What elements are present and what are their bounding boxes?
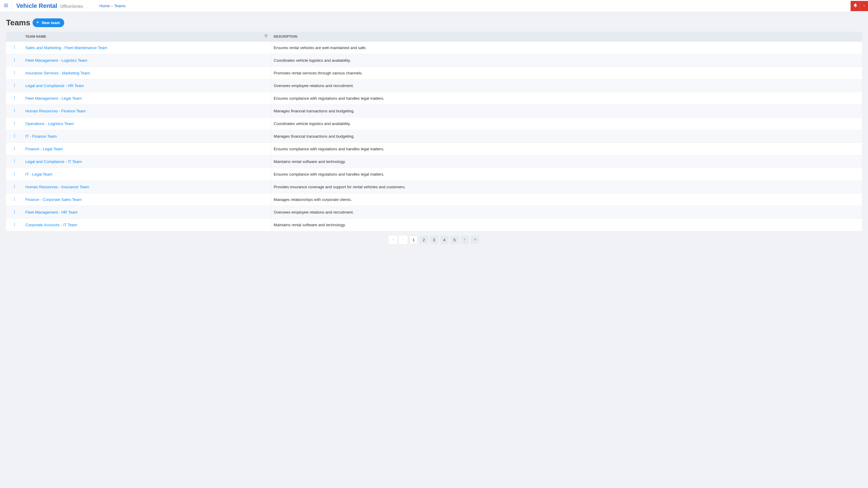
bell-icon: [853, 3, 858, 9]
pagination-page-3[interactable]: 3: [430, 235, 438, 244]
team-description-cell: Manages financial transactions and budge…: [271, 105, 862, 118]
row-menu-button[interactable]: [12, 134, 17, 139]
svg-point-38: [14, 175, 15, 175]
row-actions-cell: [6, 206, 23, 219]
row-menu-button[interactable]: [12, 222, 17, 227]
row-menu-button[interactable]: [12, 121, 17, 126]
svg-point-16: [14, 85, 15, 86]
brand-title[interactable]: Vehicle Rental: [16, 2, 57, 9]
brand: Vehicle Rental OfficeSeries: [12, 2, 90, 9]
row-actions-cell: [6, 143, 23, 156]
more-vertical-icon: [12, 121, 17, 126]
hamburger-menu-button[interactable]: [0, 0, 12, 12]
new-team-label: New team: [41, 21, 60, 25]
row-menu-button[interactable]: [12, 210, 17, 215]
row-menu-button[interactable]: [12, 108, 17, 113]
pagination-page-1[interactable]: 1: [409, 235, 418, 244]
team-name-cell: Human Resources - Insurance Team: [23, 181, 271, 193]
svg-point-46: [14, 212, 15, 212]
table-row: IT - Legal TeamEnsures compliance with r…: [6, 168, 862, 181]
svg-point-25: [14, 123, 15, 124]
svg-point-37: [14, 173, 15, 174]
column-header-description-label: Description: [274, 35, 297, 38]
more-vertical-icon: [12, 210, 17, 215]
team-name-link[interactable]: Legal and Compliance - IT Team: [25, 159, 82, 164]
svg-point-20: [14, 99, 15, 99]
team-name-cell: Insurance Services - Marketing Team: [23, 67, 271, 79]
team-name-link[interactable]: Finance - Corporate Sales Team: [25, 197, 82, 202]
pagination-page-2[interactable]: 2: [420, 235, 428, 244]
user-menu-dropdown[interactable]: [860, 1, 868, 11]
team-name-link[interactable]: IT - Finance Team: [25, 134, 57, 138]
filter-icon[interactable]: [264, 34, 268, 39]
svg-point-41: [14, 187, 15, 188]
hamburger-icon: [3, 3, 9, 9]
team-name-cell: Finance - Corporate Sales Team: [23, 193, 271, 206]
more-vertical-icon: [12, 45, 17, 50]
pagination: 12345: [6, 231, 862, 247]
pagination-page-5[interactable]: 5: [450, 235, 459, 244]
more-vertical-icon: [12, 222, 17, 227]
pagination-prev-button: [399, 235, 407, 244]
page-content: Teams New team Team Name Description: [0, 12, 868, 253]
row-menu-button[interactable]: [12, 45, 17, 50]
row-menu-button[interactable]: [12, 147, 17, 152]
table-row: Fleet Management - Legal TeamEnsures com…: [6, 92, 862, 105]
team-description-cell: Manages financial transactions and budge…: [271, 130, 862, 143]
notifications-button[interactable]: [850, 1, 860, 11]
svg-point-48: [14, 223, 15, 224]
row-menu-button[interactable]: [12, 70, 17, 76]
team-name-link[interactable]: Legal and Compliance - HR Team: [25, 84, 84, 88]
team-name-link[interactable]: Finance - Legal Team: [25, 147, 63, 151]
table-row: Fleet Management - HR TeamOversees emplo…: [6, 206, 862, 219]
svg-point-22: [14, 110, 15, 111]
svg-marker-5: [265, 35, 268, 38]
svg-point-30: [14, 147, 15, 148]
team-name-link[interactable]: Sales and Marketing - Fleet Maintenance …: [25, 45, 107, 50]
column-header-team-name-label: Team Name: [25, 35, 46, 38]
team-description-cell: Coordinates vehicle logistics and availa…: [271, 118, 862, 130]
column-header-team-name[interactable]: Team Name: [23, 32, 271, 41]
row-menu-button[interactable]: [12, 96, 17, 101]
table-row: Sales and Marketing - Fleet Maintenance …: [6, 41, 862, 54]
row-menu-button[interactable]: [12, 184, 17, 190]
teams-table: Team Name Description Sales and Marketin…: [6, 32, 862, 231]
svg-point-17: [14, 86, 15, 87]
pagination-page-4[interactable]: 4: [440, 235, 448, 244]
chevron-first-icon: [391, 238, 395, 242]
pagination-last-button[interactable]: [471, 235, 479, 244]
column-header-description[interactable]: Description: [271, 32, 862, 41]
team-name-link[interactable]: Fleet Management - HR Team: [25, 210, 78, 215]
pagination-next-button[interactable]: [461, 235, 469, 244]
team-name-link[interactable]: Operations - Logistics Team: [25, 121, 74, 126]
breadcrumb-separator: »: [111, 4, 113, 8]
svg-point-50: [14, 225, 15, 226]
svg-point-8: [14, 48, 15, 49]
row-menu-button[interactable]: [12, 197, 17, 202]
svg-point-14: [14, 73, 15, 74]
more-vertical-icon: [12, 184, 17, 190]
more-vertical-icon: [12, 147, 17, 152]
row-actions-cell: [6, 181, 23, 193]
row-menu-button[interactable]: [12, 159, 17, 164]
team-name-link[interactable]: IT - Legal Team: [25, 172, 53, 176]
team-name-link[interactable]: Insurance Services - Marketing Team: [25, 71, 90, 75]
team-name-link[interactable]: Fleet Management - Legal Team: [25, 96, 82, 101]
team-name-cell: IT - Finance Team: [23, 130, 271, 143]
svg-point-28: [14, 135, 15, 136]
row-actions-cell: [6, 168, 23, 181]
team-description-cell: Manages relationships with corporate cli…: [271, 193, 862, 206]
row-menu-button[interactable]: [12, 83, 17, 88]
row-menu-button[interactable]: [12, 58, 17, 63]
team-name-link[interactable]: Corporate Accounts - IT Team: [25, 223, 77, 227]
team-description-cell: Maintains rental software and technology…: [271, 156, 862, 168]
row-menu-button[interactable]: [12, 172, 17, 177]
new-team-button[interactable]: New team: [33, 19, 64, 27]
table-row: Legal and Compliance - IT TeamMaintains …: [6, 156, 862, 168]
team-name-link[interactable]: Fleet Management - Logistics Team: [25, 58, 87, 63]
team-name-link[interactable]: Human Resources - Insurance Team: [25, 185, 89, 189]
team-name-link[interactable]: Human Resources - Finance Team: [25, 109, 86, 113]
team-name-cell: Corporate Accounts - IT Team: [23, 219, 271, 231]
breadcrumb-home-link[interactable]: Home: [99, 4, 110, 8]
svg-point-34: [14, 161, 15, 161]
